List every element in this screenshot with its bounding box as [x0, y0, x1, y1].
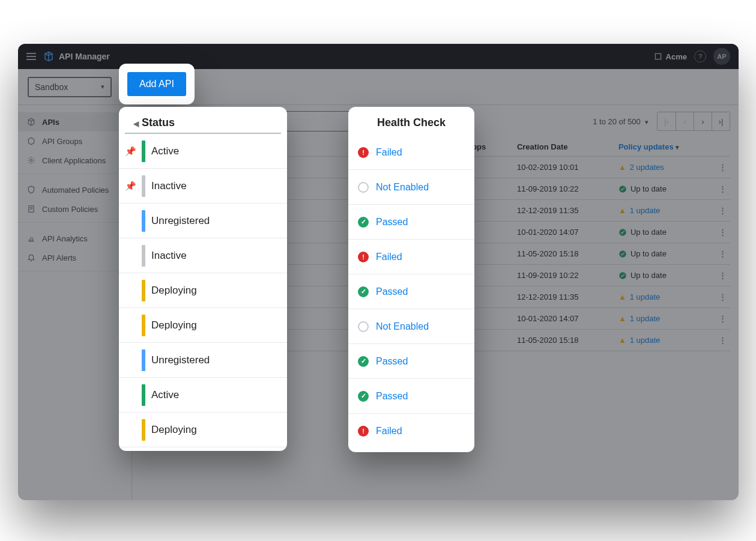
add-api-button[interactable]: Add API [127, 72, 186, 96]
status-label: Unregistered [151, 215, 210, 227]
health-check-popover: Health Check !FailedNot Enabled✓Passed!F… [348, 107, 474, 452]
status-color-bar [142, 280, 145, 301]
status-color-bar [142, 349, 145, 371]
check-icon: ✓ [358, 217, 369, 228]
status-label: Active [151, 389, 179, 401]
health-title: Health Check [348, 116, 474, 129]
status-row-active[interactable]: 📌Active [119, 134, 287, 169]
check-icon: ✓ [358, 356, 369, 367]
health-row-failed[interactable]: !Failed [348, 414, 474, 449]
status-label: Inactive [151, 250, 187, 262]
health-label: Failed [376, 147, 402, 158]
disabled-icon [358, 182, 369, 193]
health-row-failed[interactable]: !Failed [348, 240, 474, 274]
health-row-passed[interactable]: ✓Passed [348, 205, 474, 240]
status-popover: ◀ Status 📌Active📌InactiveUnregisteredIna… [119, 107, 287, 451]
status-row-deploying[interactable]: Deploying [119, 273, 287, 308]
error-icon: ! [358, 252, 369, 262]
status-title: Status [142, 116, 175, 128]
check-icon: ✓ [358, 391, 369, 402]
health-label: Not Enabled [376, 321, 429, 332]
status-color-bar [142, 141, 145, 162]
check-icon: ✓ [358, 286, 369, 297]
health-label: Passed [376, 286, 408, 297]
health-row-failed[interactable]: !Failed [348, 135, 474, 170]
health-row-not-enabled[interactable]: Not Enabled [348, 170, 474, 205]
status-row-active[interactable]: Active [119, 378, 287, 413]
status-label: Inactive [151, 180, 187, 192]
health-label: Passed [376, 217, 408, 228]
health-row-passed[interactable]: ✓Passed [348, 274, 474, 309]
status-row-deploying[interactable]: Deploying [119, 413, 287, 447]
health-label: Not Enabled [376, 182, 429, 193]
status-color-bar [142, 384, 145, 406]
status-label: Deploying [151, 285, 197, 297]
status-row-deploying[interactable]: Deploying [119, 308, 287, 343]
add-api-popover: Add API [119, 64, 195, 104]
status-color-bar [142, 315, 145, 336]
status-color-bar [142, 245, 145, 267]
health-row-passed[interactable]: ✓Passed [348, 379, 474, 414]
error-icon: ! [358, 426, 369, 437]
status-row-inactive[interactable]: 📌Inactive [119, 169, 287, 204]
status-color-bar [142, 210, 145, 232]
back-icon[interactable]: ◀ [133, 119, 139, 128]
health-label: Failed [376, 426, 402, 437]
pin-icon[interactable]: 📌 [125, 181, 136, 192]
status-color-bar [142, 419, 145, 441]
error-icon: ! [358, 147, 369, 158]
disabled-icon [358, 321, 369, 332]
status-label: Deploying [151, 319, 197, 331]
pin-icon[interactable]: 📌 [125, 146, 136, 157]
health-label: Failed [376, 252, 402, 262]
health-label: Passed [376, 356, 408, 367]
status-label: Deploying [151, 424, 197, 436]
status-color-bar [142, 175, 145, 197]
health-row-not-enabled[interactable]: Not Enabled [348, 309, 474, 344]
status-row-unregistered[interactable]: Unregistered [119, 204, 287, 238]
status-row-inactive[interactable]: Inactive [119, 238, 287, 273]
status-label: Unregistered [151, 354, 210, 366]
health-row-passed[interactable]: ✓Passed [348, 344, 474, 379]
status-label: Active [151, 145, 179, 157]
status-row-unregistered[interactable]: Unregistered [119, 343, 287, 378]
health-label: Passed [376, 391, 408, 402]
